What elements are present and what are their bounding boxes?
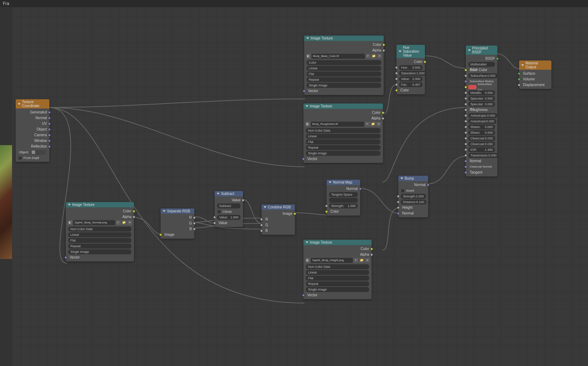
socket-object[interactable]: Object bbox=[17, 127, 48, 132]
socket-color-out[interactable]: Color bbox=[398, 59, 423, 65]
image-browse-icon[interactable]: ◧ bbox=[68, 220, 72, 225]
option-source[interactable]: Single Image bbox=[306, 151, 381, 156]
collapse-tri-icon[interactable] bbox=[306, 37, 309, 39]
subsurface-field[interactable]: Subsurface:0.000 bbox=[468, 73, 498, 78]
uvmap-field[interactable] bbox=[329, 198, 358, 203]
option-extension[interactable]: Repeat bbox=[307, 77, 381, 82]
socket-reflection[interactable]: Reflection bbox=[17, 144, 48, 149]
node-header[interactable]: Image Texture bbox=[303, 240, 372, 245]
socket-roughness[interactable]: Roughness bbox=[468, 107, 496, 113]
collapse-tri-icon[interactable] bbox=[163, 210, 166, 212]
socket-value1-in[interactable]: Value:1.000 bbox=[216, 214, 241, 220]
socket-subsurface[interactable]: Subsurface:0.000 bbox=[468, 73, 496, 79]
fake-user-button[interactable]: F bbox=[366, 54, 371, 59]
option-colorspace[interactable]: Color bbox=[307, 60, 381, 65]
socket-clearcoat-roughness[interactable]: Clearcoat Ro0.030 bbox=[468, 141, 496, 147]
socket-transmission[interactable]: Transmissio:0.000 bbox=[468, 153, 496, 158]
node-normal-map[interactable]: Normal Map Normal Tangent Space Strength… bbox=[327, 180, 360, 216]
collapse-tri-icon[interactable] bbox=[400, 177, 403, 179]
unlink-icon[interactable]: ✕ bbox=[365, 258, 370, 263]
image-name-field[interactable]: Syphir_Body_Normal.png bbox=[73, 220, 115, 225]
collapse-tri-icon[interactable] bbox=[306, 105, 308, 107]
node-bump[interactable]: Bump Normal Invert Strength:2.000 Distan… bbox=[398, 176, 428, 217]
anisotropic-rot-field[interactable]: Anisotropic R0.000 bbox=[468, 119, 496, 124]
distance-field[interactable]: Distance:0.100 bbox=[401, 200, 426, 205]
node-editor-canvas[interactable]: Texture Coordinate Generated Normal UV O… bbox=[12, 7, 588, 366]
strength-field[interactable]: Strength:2.000 bbox=[401, 194, 426, 199]
socket-value-out[interactable]: Value bbox=[216, 197, 241, 203]
node-image-texture-height[interactable]: Image Texture Color Alpha ◧ Syphir_Body_… bbox=[303, 240, 372, 299]
node-image-texture-normal[interactable]: Image Texture Color Alpha ◧ Syphir_Body_… bbox=[66, 202, 134, 261]
socket-color-in[interactable]: Color bbox=[398, 87, 423, 93]
collapse-tri-icon[interactable] bbox=[399, 51, 401, 52]
socket-alpha-out[interactable]: Alpha bbox=[305, 116, 381, 121]
node-math-subtract[interactable]: Subtract Value Subtract Clamp Value:1.00… bbox=[215, 191, 243, 227]
collapse-tri-icon[interactable] bbox=[68, 204, 71, 206]
socket-normal[interactable]: Normal bbox=[17, 115, 48, 121]
image-name-field[interactable]: Body_Base_Color.tif bbox=[312, 54, 365, 59]
socket-camera[interactable]: Camera bbox=[17, 132, 48, 138]
specular-tint-field[interactable]: Specular Tin0.000 bbox=[468, 102, 495, 107]
collapse-tri-icon[interactable] bbox=[306, 242, 308, 243]
unlink-icon[interactable]: ✕ bbox=[376, 122, 381, 127]
socket-image-out[interactable]: Image bbox=[263, 211, 293, 217]
option-projection[interactable]: Flat bbox=[307, 71, 381, 76]
saturation-field[interactable]: Saturation:1.000 bbox=[399, 71, 427, 76]
image-name-field[interactable]: Body_Roughness.tif bbox=[311, 122, 364, 127]
socket-color-out[interactable]: Color bbox=[305, 110, 381, 116]
node-header[interactable]: Image Texture bbox=[304, 36, 384, 41]
image-browse-icon[interactable]: ◧ bbox=[305, 258, 310, 263]
socket-normal-out[interactable]: Normal bbox=[400, 182, 426, 188]
node-header[interactable]: Bump bbox=[398, 176, 428, 181]
node-header[interactable]: Hue Saturation Value bbox=[397, 45, 425, 58]
collapse-tri-icon[interactable] bbox=[217, 193, 220, 195]
clearcoat-rough-field[interactable]: Clearcoat Ro0.030 bbox=[468, 142, 495, 147]
node-header[interactable]: Material Output bbox=[519, 60, 551, 70]
socket-vector-in[interactable]: Vector bbox=[306, 88, 382, 94]
node-combine-rgb[interactable]: Combine RGB Image R G B bbox=[261, 205, 295, 235]
operation-dropdown[interactable]: Subtract bbox=[217, 203, 241, 208]
distribution-dropdown[interactable]: Multiscatter GGX bbox=[468, 62, 495, 67]
socket-bsdf-out[interactable]: BSDF bbox=[468, 56, 496, 62]
option-interpolation[interactable]: Linear bbox=[306, 270, 369, 275]
option-interpolation[interactable]: Linear bbox=[68, 232, 131, 237]
unlink-icon[interactable]: ✕ bbox=[377, 54, 382, 59]
node-principled-bsdf[interactable]: Principled BSDF BSDF Multiscatter GGX Ba… bbox=[466, 46, 497, 176]
hue-field[interactable]: Hue:0.500 bbox=[399, 65, 422, 70]
socket-color-out[interactable]: Color bbox=[306, 42, 382, 48]
socket-g-in[interactable]: G bbox=[263, 222, 293, 228]
node-header[interactable]: Combine RGB bbox=[261, 205, 295, 210]
option-interpolation[interactable]: Linear bbox=[306, 134, 381, 139]
option-source[interactable]: Single Image bbox=[306, 287, 369, 292]
collapse-tri-icon[interactable] bbox=[18, 103, 21, 105]
node-image-texture-basecolor[interactable]: Image Texture Color Alpha ◧ Body_Base_Co… bbox=[304, 36, 384, 95]
option-extension[interactable]: Repeat bbox=[306, 281, 369, 286]
socket-ior[interactable]: IOR:1.450 bbox=[468, 147, 496, 153]
option-projection[interactable]: Flat bbox=[306, 276, 369, 281]
socket-color-out[interactable]: Color bbox=[68, 208, 132, 214]
collapse-tri-icon[interactable] bbox=[468, 49, 471, 51]
socket-volume-in[interactable]: Volume bbox=[521, 76, 550, 82]
open-file-icon[interactable]: 📁 bbox=[359, 258, 364, 263]
image-browse-icon[interactable]: ◧ bbox=[305, 122, 310, 127]
node-header[interactable]: Principled BSDF bbox=[466, 46, 497, 55]
image-name-field[interactable]: Syphir_Body_Height.png bbox=[311, 258, 353, 263]
socket-r-in[interactable]: R bbox=[263, 217, 293, 222]
node-header[interactable]: Separate RGB bbox=[161, 208, 194, 214]
sheen-tint-field[interactable]: Sheen Tint:0.500 bbox=[468, 130, 495, 135]
socket-metallic[interactable]: Metallic:0.000 bbox=[468, 90, 496, 96]
node-header[interactable]: Texture Coordinate bbox=[16, 99, 49, 108]
invert-checkbox[interactable] bbox=[401, 189, 405, 193]
socket-anisotropic-rot[interactable]: Anisotropic R0.000 bbox=[468, 118, 496, 124]
socket-strength-in[interactable]: Strength:2.000 bbox=[400, 193, 426, 199]
metallic-field[interactable]: Metallic:0.000 bbox=[468, 90, 495, 95]
option-projection[interactable]: Flat bbox=[306, 139, 381, 144]
socket-sheen-tint[interactable]: Sheen Tint:0.500 bbox=[468, 130, 496, 136]
socket-uv[interactable]: UV bbox=[17, 121, 48, 127]
socket-height-in[interactable]: Height bbox=[400, 205, 426, 211]
open-file-icon[interactable]: 📁 bbox=[122, 220, 126, 225]
socket-subsurface-color[interactable]: Subsurface Col bbox=[468, 84, 496, 90]
socket-color-out[interactable]: Color bbox=[305, 246, 370, 252]
socket-alpha-out[interactable]: Alpha bbox=[306, 48, 382, 53]
socket-specular[interactable]: Specular:0.500 bbox=[468, 96, 496, 101]
